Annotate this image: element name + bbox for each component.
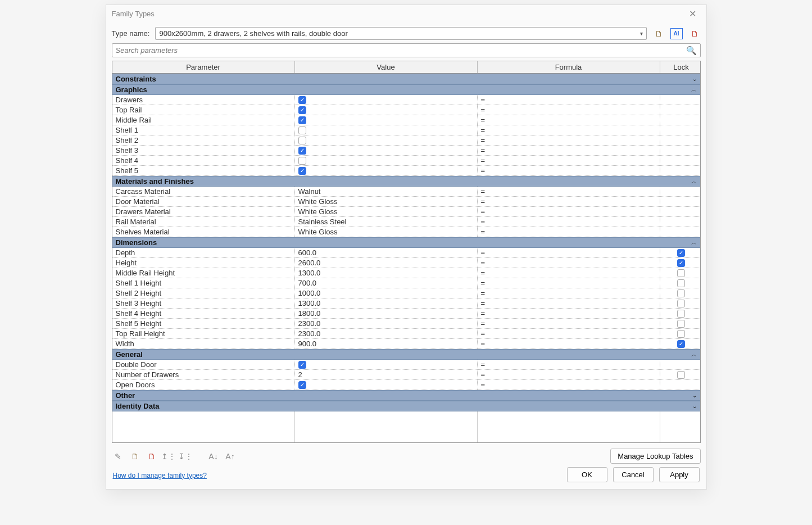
param-lock-cell[interactable] [660,370,702,379]
param-name-cell[interactable]: Depth [112,248,295,257]
param-formula-cell[interactable]: = [478,288,660,298]
param-name-cell[interactable]: Shelf 2 [112,135,295,145]
lock-checkbox[interactable] [677,269,685,277]
param-name-cell[interactable]: Top Rail [112,105,295,115]
cancel-button[interactable]: Cancel [613,467,654,482]
value-checkbox[interactable] [298,147,306,155]
param-formula-cell[interactable]: = [478,197,660,206]
lock-checkbox[interactable] [677,259,685,267]
param-formula-cell[interactable]: = [478,115,660,125]
param-name-cell[interactable]: Double Door [112,360,295,369]
param-lock-cell[interactable] [660,125,702,135]
pencil-icon[interactable]: ✎ [112,451,124,462]
param-formula-cell[interactable]: = [478,360,660,369]
param-name-cell[interactable]: Shelf 3 Height [112,298,295,308]
param-value-cell[interactable]: 2600.0 [295,258,478,268]
param-lock-cell[interactable] [660,115,702,125]
param-formula-cell[interactable]: = [478,166,660,175]
param-name-cell[interactable]: Middle Rail Height [112,268,295,278]
delete-type-icon[interactable]: 🗋 [688,28,701,39]
param-lock-cell[interactable] [660,288,702,298]
value-checkbox[interactable] [298,106,306,114]
close-icon[interactable]: ✕ [684,7,701,20]
param-formula-cell[interactable]: = [478,248,660,257]
value-checkbox[interactable] [298,157,306,165]
value-checkbox[interactable] [298,96,306,104]
param-name-cell[interactable]: Number of Drawers [112,370,295,379]
delete-param-icon[interactable]: 🗋 [146,451,158,462]
param-formula-cell[interactable]: = [478,268,660,278]
param-lock-cell[interactable] [660,135,702,145]
rename-type-icon[interactable]: AI [670,28,683,39]
param-name-cell[interactable]: Drawers Material [112,207,295,216]
param-formula-cell[interactable]: = [478,135,660,145]
param-formula-cell[interactable]: = [478,329,660,338]
group-header[interactable]: General︿ [112,349,700,360]
param-lock-cell[interactable] [660,105,702,115]
param-value-cell[interactable]: White Gloss [295,207,478,216]
group-header[interactable]: Materials and Finishes︿ [112,176,700,187]
param-name-cell[interactable]: Carcass Material [112,187,295,196]
param-formula-cell[interactable]: = [478,339,660,349]
param-name-cell[interactable]: Shelf 5 [112,166,295,175]
param-formula-cell[interactable]: = [478,95,660,105]
param-name-cell[interactable]: Drawers [112,95,295,105]
param-lock-cell[interactable] [660,217,702,227]
value-checkbox[interactable] [298,116,306,124]
param-lock-cell[interactable] [660,207,702,216]
param-value-cell[interactable]: Walnut [295,187,478,196]
param-formula-cell[interactable]: = [478,258,660,268]
sort-asc-icon[interactable]: A↓ [207,451,220,462]
param-value-cell[interactable] [295,95,478,105]
param-value-cell[interactable]: White Gloss [295,197,478,206]
param-name-cell[interactable]: Width [112,339,295,349]
sort-desc-icon[interactable]: A↑ [224,451,237,462]
param-value-cell[interactable]: 1000.0 [295,288,478,298]
value-checkbox[interactable] [298,381,306,389]
param-lock-cell[interactable] [660,329,702,338]
param-lock-cell[interactable] [660,319,702,328]
param-lock-cell[interactable] [660,146,702,155]
param-lock-cell[interactable] [660,248,702,257]
param-name-cell[interactable]: Shelf 3 [112,146,295,155]
value-checkbox[interactable] [298,361,306,369]
lock-checkbox[interactable] [677,320,685,328]
param-name-cell[interactable]: Shelf 5 Height [112,319,295,328]
search-input[interactable] [112,44,683,57]
new-type-icon[interactable]: 🗋 [652,28,665,39]
type-name-select[interactable]: 900x2600mm, 2 drawers, 2 shelves with ra… [155,27,646,40]
param-formula-cell[interactable]: = [478,217,660,227]
param-value-cell[interactable]: Stainless Steel [295,217,478,227]
param-value-cell[interactable]: 2300.0 [295,329,478,338]
param-value-cell[interactable]: 1800.0 [295,309,478,318]
lock-checkbox[interactable] [677,330,685,338]
param-value-cell[interactable]: 1300.0 [295,268,478,278]
param-name-cell[interactable]: Door Material [112,197,295,206]
param-formula-cell[interactable]: = [478,156,660,165]
param-value-cell[interactable]: 2 [295,370,478,379]
param-formula-cell[interactable]: = [478,207,660,216]
param-lock-cell[interactable] [660,268,702,278]
param-formula-cell[interactable]: = [478,309,660,318]
param-value-cell[interactable] [295,135,478,145]
param-lock-cell[interactable] [660,166,702,175]
lock-checkbox[interactable] [677,310,685,318]
param-lock-cell[interactable] [660,156,702,165]
param-lock-cell[interactable] [660,380,702,390]
param-value-cell[interactable]: 700.0 [295,278,478,288]
lock-checkbox[interactable] [677,340,685,348]
param-formula-cell[interactable]: = [478,278,660,288]
search-icon[interactable]: 🔍 [683,46,700,56]
value-checkbox[interactable] [298,167,306,175]
param-name-cell[interactable]: Shelf 2 Height [112,288,295,298]
param-name-cell[interactable]: Shelf 4 [112,156,295,165]
manage-lookup-button[interactable]: Manage Lookup Tables [610,449,700,464]
lock-checkbox[interactable] [677,289,685,297]
param-value-cell[interactable] [295,360,478,369]
param-name-cell[interactable]: Shelf 1 Height [112,278,295,288]
new-param-icon[interactable]: 🗋 [129,451,141,462]
group-header[interactable]: Constraints⌄ [112,74,700,84]
param-formula-cell[interactable]: = [478,370,660,379]
param-value-cell[interactable] [295,380,478,390]
param-value-cell[interactable] [295,105,478,115]
